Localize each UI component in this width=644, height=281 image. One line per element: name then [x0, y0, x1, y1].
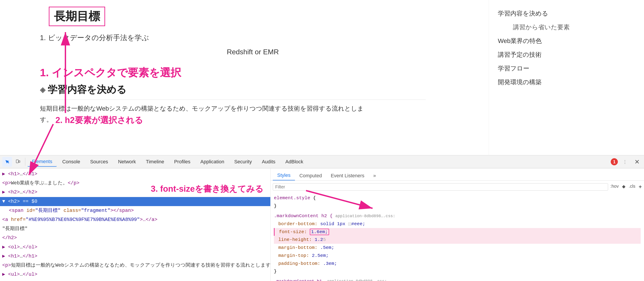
elements-panel: ▶ <h1>…</h1> <p>Web業績を学ぶ…ました。</p> ▶ <h2>… — [0, 168, 270, 281]
body-text: 短期目標は一般的なWebシステムの構築となるため、モックアップを作りつつ関連する… — [40, 103, 408, 125]
tab-security[interactable]: Security — [230, 157, 256, 166]
tab-console[interactable]: Console — [58, 157, 85, 166]
styles-filter-bar: :hov ◆ .cls + — [273, 182, 642, 191]
tab-sources[interactable]: Sources — [86, 157, 112, 166]
tab-styles[interactable]: Styles — [273, 171, 295, 180]
tab-application[interactable]: Application — [196, 157, 229, 166]
sidebar-item-3[interactable]: 講習予定の技術 — [498, 48, 635, 62]
css-element-style-rule: element.style { } — [270, 193, 644, 211]
svg-rect-1 — [19, 161, 20, 162]
long-term-heading: 長期目標 — [49, 7, 105, 26]
svg-rect-0 — [16, 160, 18, 163]
elem-line-selected[interactable]: ▼ <h2> == $0 — [0, 197, 270, 206]
elem-line-span: <span id="長期目標" class="fragment"></span> — [0, 206, 270, 215]
error-count-badge: 1 — [611, 158, 618, 165]
sidebar-item-4[interactable]: 学習フロー — [498, 62, 635, 75]
tab-audits[interactable]: Audits — [258, 157, 280, 166]
elem-line-p-body: <p>短期目標は一般的なWebシステムの構築となるため、モックアップを作りつつ関… — [0, 261, 270, 270]
hov-button[interactable]: :hov — [610, 184, 619, 190]
add-rule-button[interactable]: + — [639, 184, 642, 190]
elem-line-ul1: ▶ <ul>…</ul> — [0, 270, 270, 279]
tab-elements[interactable]: Elements — [28, 157, 57, 167]
elem-line-a: <a href="#%E9%95%B7%E6%9C%9F%E7%9B%AE%E6… — [0, 215, 270, 224]
elem-line-h1b: ▶ <h1>…</h1> — [0, 252, 270, 261]
dot-button[interactable]: ◆ — [622, 184, 625, 190]
content-list: 1. ビックデータの分析手法を学ぶ Redshift or EMR — [40, 30, 452, 59]
tab-computed[interactable]: Computed — [295, 171, 326, 180]
main-content: 長期目標 1. ビックデータの分析手法を学ぶ Redshift or EMR 1… — [0, 0, 466, 155]
devtools-toolbar: Elements Console Sources Network Timelin… — [0, 155, 644, 168]
list-item-2: Redshift or EMR — [53, 45, 452, 59]
inspector-cursor-button[interactable] — [2, 157, 12, 167]
tab-event-listeners[interactable]: Event Listeners — [326, 171, 369, 180]
tab-network[interactable]: Network — [114, 157, 140, 166]
elem-line-h2b: ▶ <h2>…</h2> — [0, 279, 270, 281]
sidebar-item-0[interactable]: 学習内容を決める — [498, 7, 635, 20]
styles-tabs: Styles Computed Event Listeners » — [270, 168, 644, 181]
toolbar-separator — [25, 158, 25, 166]
elem-line-2: ▶ <h2>…</h2> — [0, 188, 270, 197]
more-options-button[interactable]: ⋮ — [620, 157, 630, 167]
divider — [40, 99, 426, 100]
tab-adblock[interactable]: AdBlock — [281, 157, 308, 166]
annotation-heading-1: 1. インスペクタで要素を選択 — [40, 66, 452, 80]
device-toolbar-button[interactable] — [13, 157, 23, 167]
styles-filter-input[interactable] — [273, 183, 608, 191]
right-sidebar: 学習内容を決める 講習から省いた要素 Web業界の特色 講習予定の技術 学習フロ… — [489, 0, 644, 155]
tab-more-styles[interactable]: » — [369, 171, 380, 180]
styles-panel: Styles Computed Event Listeners » :hov ◆… — [270, 168, 644, 281]
sidebar-item-1[interactable]: 講習から省いた要素 — [498, 20, 635, 34]
elem-line-text: "長期目標" — [0, 224, 270, 233]
tab-profiles[interactable]: Profiles — [170, 157, 195, 166]
elem-line-close-h2: </h2> — [0, 233, 270, 243]
section-heading: 学習内容を決める — [40, 83, 452, 96]
list-item-1: 1. ビックデータの分析手法を学ぶ — [40, 30, 452, 45]
elem-line-0: ▶ <h1>…</h1> — [0, 170, 270, 179]
elem-line-1: <p>Web業績を学ぶ…ました。</p> — [0, 179, 270, 188]
elem-line-ol: ▶ <ol>…</ol> — [0, 243, 270, 252]
tab-timeline[interactable]: Timeline — [142, 157, 168, 166]
sidebar-item-5[interactable]: 開発環境の構築 — [498, 75, 635, 89]
filter-actions: :hov ◆ .cls + — [610, 184, 642, 190]
css-markdown-multi-rule: .markdownContent h1, application-8dbd898… — [270, 277, 644, 281]
cls-button[interactable]: .cls — [629, 184, 635, 190]
close-devtools-button[interactable]: ✕ — [632, 157, 642, 167]
css-markdown-h2-rule: .markdownContent h2 { application-8dbd89… — [270, 211, 644, 277]
sidebar-item-2[interactable]: Web業界の特色 — [498, 34, 635, 48]
